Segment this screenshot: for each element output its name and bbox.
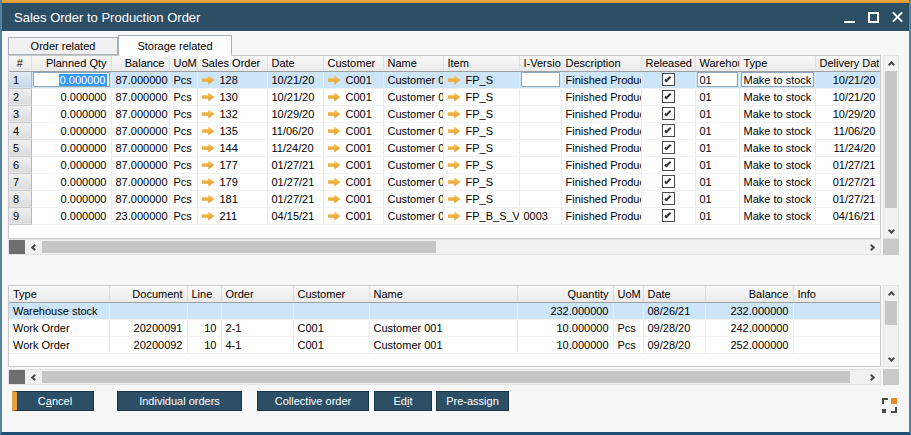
cell-type[interactable]: Make to stock — [739, 190, 815, 207]
link-arrow-icon[interactable] — [328, 161, 341, 170]
cell-quantity[interactable]: 10.000000 — [517, 336, 613, 353]
cell-type[interactable]: Make to stock — [739, 156, 815, 173]
collective-order-button[interactable]: Collective order — [257, 391, 369, 411]
cell-item[interactable]: FP_S — [443, 139, 519, 156]
cell-item[interactable]: FP_S — [443, 156, 519, 173]
cell-date[interactable]: 11/06/20 — [267, 122, 323, 139]
cell-planned_qty[interactable]: 0.000000 — [31, 173, 111, 190]
link-arrow-icon[interactable] — [202, 110, 215, 119]
cell-balance[interactable]: 23.000000 — [111, 207, 169, 224]
planned-qty-input[interactable]: 0.000000 — [33, 72, 110, 87]
released-checkbox[interactable] — [662, 175, 675, 188]
cell-balance[interactable]: 87.000000 — [111, 156, 169, 173]
cell-sales_order[interactable]: 130 — [197, 88, 267, 105]
maximize-button[interactable] — [861, 3, 885, 31]
link-arrow-icon[interactable] — [202, 195, 215, 204]
sales-orders-grid-horizontal-scrollbar[interactable] — [8, 239, 881, 255]
cell-customer[interactable]: C001 — [293, 319, 369, 336]
released-checkbox[interactable] — [662, 73, 675, 86]
cell-item[interactable]: FP_S — [443, 173, 519, 190]
scroll-left-button[interactable] — [25, 370, 41, 384]
cell-type[interactable]: Make to stock — [739, 88, 815, 105]
cell-balance[interactable]: 87.000000 — [111, 173, 169, 190]
cell-customer[interactable]: C001 — [323, 156, 383, 173]
link-arrow-icon[interactable] — [202, 161, 215, 170]
cell-name[interactable]: Customer 00 — [383, 105, 443, 122]
link-arrow-icon[interactable] — [202, 178, 215, 187]
cell-balance[interactable]: 87.000000 — [111, 190, 169, 207]
cell-warehouse[interactable]: 01 — [695, 190, 739, 207]
cell-type[interactable]: Make to stock — [739, 71, 815, 88]
cell-balance[interactable]: 87.000000 — [111, 139, 169, 156]
cell-description[interactable]: Finished Product / — [561, 88, 641, 105]
minimize-button[interactable] — [837, 3, 861, 31]
sales-order-row[interactable]: 40.00000087.000000Pcs13511/06/20C001Cust… — [9, 122, 880, 139]
cell-balance[interactable]: 242.000000 — [705, 319, 793, 336]
cell-line[interactable]: 10 — [187, 336, 221, 353]
cell-i_version[interactable] — [519, 190, 561, 207]
cell-warehouse[interactable]: 01 — [695, 88, 739, 105]
link-arrow-icon[interactable] — [202, 93, 215, 102]
cell-delivery_date[interactable]: 10/21/20 — [815, 71, 880, 88]
cell-customer[interactable]: C001 — [323, 88, 383, 105]
cell-warehouse[interactable]: 01 — [695, 122, 739, 139]
cell-type[interactable]: Work Order — [9, 319, 109, 336]
cell-item[interactable]: FP_S — [443, 71, 519, 88]
cell-delivery_date[interactable]: 01/27/21 — [815, 173, 880, 190]
cell-info[interactable] — [793, 336, 880, 353]
cell-description[interactable]: Finished Product / — [561, 190, 641, 207]
cell-planned_qty[interactable]: 0.000000 — [31, 105, 111, 122]
released-checkbox[interactable] — [662, 90, 675, 103]
cell-i_version[interactable]: 0003 — [519, 207, 561, 224]
cell-type[interactable]: Make to stock — [739, 173, 815, 190]
cell-released[interactable] — [641, 207, 695, 224]
row-number-cell[interactable]: 8 — [9, 190, 31, 207]
link-arrow-icon[interactable] — [202, 144, 215, 153]
cell-date[interactable]: 09/28/20 — [643, 319, 705, 336]
link-arrow-icon[interactable] — [328, 76, 341, 85]
cell-i_version[interactable] — [519, 71, 561, 88]
cell-item[interactable]: FP_S — [443, 88, 519, 105]
cell-released[interactable] — [641, 71, 695, 88]
supply-grid-horizontal-scrollbar[interactable] — [8, 369, 881, 385]
cell-date[interactable]: 10/21/20 — [267, 88, 323, 105]
cell-customer[interactable]: C001 — [323, 71, 383, 88]
link-arrow-icon[interactable] — [202, 212, 215, 221]
resize-grip[interactable] — [882, 398, 897, 413]
cell-item[interactable]: FP_S — [443, 105, 519, 122]
cell-balance[interactable]: 87.000000 — [111, 105, 169, 122]
cell-released[interactable] — [641, 173, 695, 190]
sales-order-row[interactable]: 30.00000087.000000Pcs13210/29/20C001Cust… — [9, 105, 880, 122]
cell-name[interactable]: Customer 001 — [369, 336, 517, 353]
link-arrow-icon[interactable] — [328, 110, 341, 119]
i_version-input[interactable] — [521, 72, 560, 87]
scroll-up-button[interactable] — [884, 56, 898, 70]
edit-button[interactable]: Edit — [374, 391, 432, 411]
cell-delivery_date[interactable]: 10/29/20 — [815, 105, 880, 122]
scrollbar-thumb[interactable] — [42, 241, 436, 253]
cell-planned_qty[interactable]: 0.000000 — [31, 122, 111, 139]
cell-date[interactable]: 01/27/21 — [267, 156, 323, 173]
cell-sales_order[interactable]: 181 — [197, 190, 267, 207]
link-arrow-icon[interactable] — [448, 127, 461, 136]
cell-description[interactable]: Finished Product / — [561, 71, 641, 88]
cell-info[interactable] — [793, 302, 880, 319]
link-arrow-icon[interactable] — [448, 110, 461, 119]
cell-description[interactable]: Finished Product / — [561, 139, 641, 156]
cell-delivery_date[interactable]: 11/24/20 — [815, 139, 880, 156]
cell-balance[interactable]: 252.000000 — [705, 336, 793, 353]
scrollbar-thumb[interactable] — [885, 301, 897, 325]
cell-description[interactable]: Finished Product / — [561, 207, 641, 224]
cell-released[interactable] — [641, 190, 695, 207]
scroll-right-button[interactable] — [864, 370, 880, 384]
cell-type[interactable]: Work Order — [9, 336, 109, 353]
cell-delivery_date[interactable]: 01/27/21 — [815, 156, 880, 173]
row-number-cell[interactable]: 4 — [9, 122, 31, 139]
type-input[interactable]: Make to stock — [741, 72, 814, 87]
cell-name[interactable]: Customer 00 — [383, 190, 443, 207]
cell-line[interactable] — [187, 302, 221, 319]
sales-order-row[interactable]: 10.00000087.000000Pcs12810/21/20C001Cust… — [9, 71, 880, 88]
scroll-down-button[interactable] — [884, 352, 898, 366]
cell-planned_qty[interactable]: 0.000000 — [31, 71, 111, 88]
sales-orders-grid-vertical-scrollbar[interactable] — [883, 55, 899, 239]
